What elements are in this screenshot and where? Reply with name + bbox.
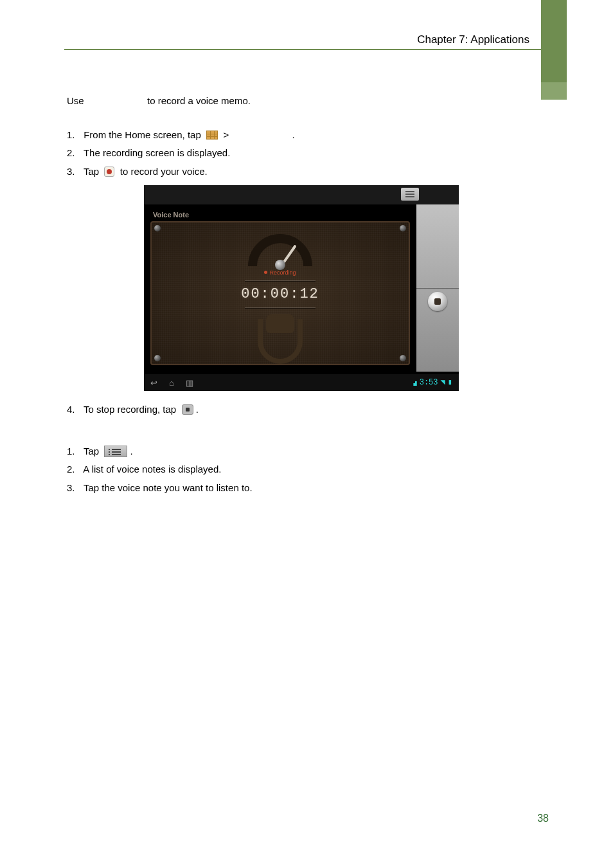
back-icon[interactable]: ↩ — [150, 378, 157, 388]
app-topbar — [144, 185, 459, 204]
step-number: 3. — [67, 481, 81, 496]
intro-suffix: to record a voice memo. — [147, 95, 251, 106]
step-text: Tap the voice note you want to listen to… — [84, 482, 253, 493]
microphone-graphic — [245, 319, 315, 364]
list-item: 2. The recording screen is displayed. — [67, 146, 536, 161]
intro-paragraph: Use to record a voice memo. — [67, 94, 536, 109]
wifi-icon: ◥ — [441, 377, 445, 388]
side-tab-accent — [541, 0, 567, 82]
record-steps-continued: 4. To stop recording, tap . — [67, 402, 536, 417]
system-navbar: ↩ ⌂ ▥ 3:53 ◥ ▮ — [144, 374, 459, 391]
page-number: 38 — [537, 813, 549, 824]
step-number: 1. — [67, 128, 81, 143]
step-text: To stop recording, tap — [84, 404, 176, 415]
recent-icon[interactable]: ▥ — [186, 378, 193, 388]
battery-icon: ▮ — [448, 377, 452, 388]
list-item: 1. Tap . — [67, 444, 536, 459]
stop-icon — [182, 404, 193, 415]
recorder-panel: Recording 00:00:12 — [150, 221, 410, 365]
rivet-icon — [400, 355, 406, 361]
list-item: 1. From the Home screen, tap > . — [67, 128, 536, 143]
step-text: Tap — [84, 166, 99, 177]
screenshot: Voice Note Recording — [144, 185, 459, 391]
vu-meter — [248, 234, 312, 267]
step-text: to record your voice. — [120, 166, 208, 177]
list-item: 2. A list of voice notes is displayed. — [67, 462, 536, 477]
step-number: 2. — [67, 462, 81, 477]
chapter-title: Chapter 7: Applications — [417, 33, 529, 46]
step-number: 1. — [67, 444, 81, 459]
list-item: 3. Tap to record your voice. — [67, 165, 536, 179]
side-panel — [416, 204, 459, 372]
record-icon — [104, 167, 114, 177]
step-text: > — [223, 129, 229, 140]
step-number: 4. — [67, 402, 81, 417]
home-icon[interactable]: ⌂ — [169, 378, 174, 388]
step-number: 3. — [67, 165, 81, 179]
timer-display: 00:00:12 — [232, 284, 328, 305]
step-text: Tap — [84, 446, 99, 457]
app-title: Voice Note — [153, 210, 189, 221]
list-item: 4. To stop recording, tap . — [67, 402, 536, 417]
rivet-icon — [154, 355, 161, 361]
record-steps: 1. From the Home screen, tap > . 2. The … — [67, 128, 536, 179]
step-text: The recording screen is displayed. — [84, 147, 230, 158]
rivet-icon — [400, 225, 406, 231]
step-text: . — [196, 404, 199, 415]
intro-prefix: Use — [67, 95, 84, 106]
play-steps: 1. Tap . 2. A list of voice notes is dis… — [67, 444, 536, 496]
rivet-icon — [154, 225, 161, 231]
step-number: 2. — [67, 146, 81, 161]
apps-grid-icon — [206, 131, 218, 140]
status-clock: 3:53 — [420, 377, 438, 388]
list-icon — [104, 446, 127, 457]
step-text: . — [292, 129, 295, 140]
step-text: A list of voice notes is displayed. — [83, 464, 221, 475]
step-text: From the Home screen, tap — [84, 129, 201, 140]
list-button[interactable] — [401, 188, 419, 201]
header-rule — [64, 49, 567, 50]
list-item: 3. Tap the voice note you want to listen… — [67, 481, 536, 496]
stop-button[interactable] — [428, 292, 447, 311]
recording-status: Recording — [232, 269, 328, 278]
signal-icon — [412, 379, 417, 386]
step-text: . — [130, 446, 133, 457]
